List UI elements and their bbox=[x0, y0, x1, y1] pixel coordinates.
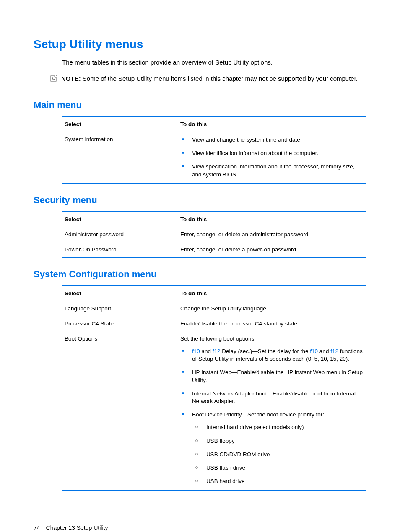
page-title: Setup Utility menus bbox=[34, 38, 366, 51]
intro-text: The menu tables in this section provide … bbox=[62, 59, 366, 66]
column-header-todo: To do this bbox=[178, 285, 366, 301]
page-number: 74 bbox=[34, 524, 40, 531]
table-row: Administrator password Enter, change, or… bbox=[62, 227, 366, 242]
column-header-todo: To do this bbox=[178, 116, 366, 132]
table-row: System information View and change the s… bbox=[62, 132, 366, 183]
cell-select: Language Support bbox=[62, 301, 178, 316]
sysconfig-menu-heading: System Configuration menu bbox=[34, 269, 366, 280]
list-item: View specification information about the… bbox=[180, 163, 364, 178]
note-text: Some of the Setup Utility menu items lis… bbox=[83, 75, 358, 82]
table-row: Power-On Password Enter, change, or dele… bbox=[62, 242, 366, 257]
cell-todo: Enter, change, or delete an administrato… bbox=[178, 227, 366, 242]
list-item: f10 and f12 Delay (sec.)—Set the delay f… bbox=[180, 348, 364, 369]
list-item: View identification information about th… bbox=[180, 150, 364, 163]
boot-options-lead: Set the following boot options: bbox=[180, 336, 364, 342]
table-row: Language Support Change the Setup Utilit… bbox=[62, 301, 366, 316]
page-footer: 74 Chapter 13 Setup Utility bbox=[34, 524, 366, 531]
key-f12: f12 bbox=[213, 348, 221, 354]
column-header-select: Select bbox=[62, 285, 178, 301]
key-f10: f10 bbox=[310, 348, 318, 354]
main-menu-table: Select To do this System information Vie… bbox=[62, 116, 366, 184]
column-header-select: Select bbox=[62, 211, 178, 227]
cell-todo: Set the following boot options: f10 and … bbox=[178, 331, 366, 490]
table-row: Processor C4 State Enable/disable the pr… bbox=[62, 316, 366, 331]
list-item: USB flash drive bbox=[192, 464, 364, 478]
cell-todo: Enable/disable the processor C4 standby … bbox=[178, 316, 366, 331]
cell-select: Processor C4 State bbox=[62, 316, 178, 331]
list-item: HP Instant Web—Enable/disable the HP Ins… bbox=[180, 369, 364, 390]
note-icon bbox=[50, 75, 58, 84]
column-header-todo: To do this bbox=[178, 211, 366, 227]
list-item: Boot Device Priority—Set the boot device… bbox=[180, 411, 364, 485]
table-row: Boot Options Set the following boot opti… bbox=[62, 331, 366, 490]
list-item: USB hard drive bbox=[192, 478, 364, 485]
security-menu-heading: Security menu bbox=[34, 195, 366, 206]
list-item: USB floppy bbox=[192, 437, 364, 451]
cell-todo: Enter, change, or delete a power-on pass… bbox=[178, 242, 366, 257]
list-item: Internal Network Adapter boot—Enable/dis… bbox=[180, 390, 364, 411]
cell-select: Administrator password bbox=[62, 227, 178, 242]
cell-select: Power-On Password bbox=[62, 242, 178, 257]
column-header-select: Select bbox=[62, 116, 178, 132]
cell-todo: View and change the system time and date… bbox=[178, 132, 366, 183]
key-f12: f12 bbox=[330, 348, 338, 354]
list-item: Internal hard drive (select models only) bbox=[192, 424, 364, 437]
list-item: View and change the system time and date… bbox=[180, 136, 364, 150]
note-box: NOTE: Some of the Setup Utility menu ite… bbox=[50, 74, 366, 88]
chapter-label: Chapter 13 Setup Utility bbox=[46, 524, 108, 531]
cell-select: System information bbox=[62, 132, 178, 183]
main-menu-heading: Main menu bbox=[34, 100, 366, 111]
cell-select: Boot Options bbox=[62, 331, 178, 490]
key-f10: f10 bbox=[192, 348, 200, 354]
sysconfig-menu-table: Select To do this Language Support Chang… bbox=[62, 285, 366, 491]
cell-todo: Change the Setup Utility language. bbox=[178, 301, 366, 316]
note-label: NOTE: bbox=[61, 75, 81, 82]
security-menu-table: Select To do this Administrator password… bbox=[62, 211, 366, 258]
list-item: USB CD/DVD ROM drive bbox=[192, 451, 364, 464]
